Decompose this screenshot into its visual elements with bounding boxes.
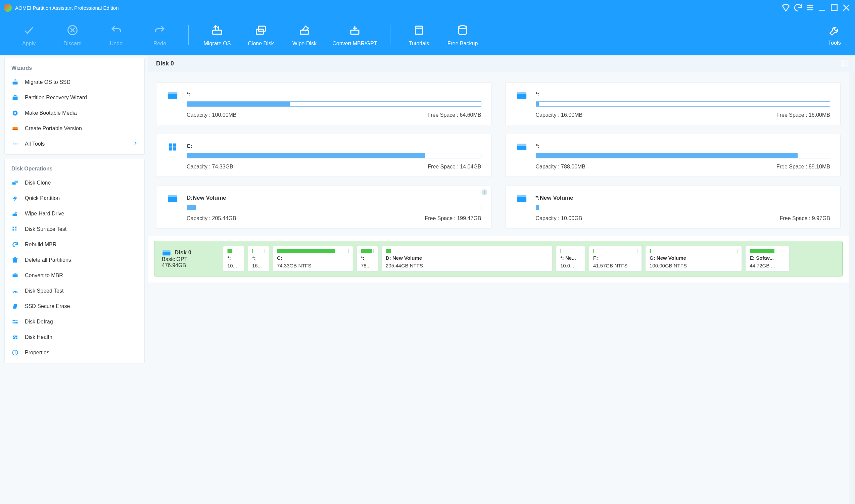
sidebar-item-migrate-ssd[interactable]: Migrate OS to SSD: [5, 74, 144, 90]
sidebar-item-label: Convert to MBR: [25, 272, 63, 278]
svg-rect-55: [168, 92, 177, 94]
svg-rect-14: [300, 30, 308, 34]
usage-bar: [386, 249, 548, 253]
disk-map-partition-size: 10.0...: [560, 263, 581, 268]
disk-icon: [166, 91, 179, 100]
partition-label: *:New Volume: [536, 195, 831, 201]
sidebar-item-defrag[interactable]: Disk Defrag: [5, 314, 144, 329]
sidebar-item-speed-test[interactable]: Disk Speed Test: [5, 283, 144, 299]
svg-rect-63: [517, 144, 526, 146]
tutorials-button[interactable]: Tutorials: [397, 18, 441, 52]
disk-map-partition[interactable]: *: 16...: [248, 246, 269, 271]
migrate-os-button[interactable]: Migrate OS: [195, 18, 239, 52]
sidebar-item-to-mbr[interactable]: Convert to MBR: [5, 268, 144, 283]
sidebar-item-label: Disk Surface Test: [25, 226, 67, 232]
disk-map-partition-size: 78...: [361, 263, 374, 268]
disk-map-disk-info[interactable]: Disk 0 Basic GPT 476.94GB: [159, 246, 219, 271]
sidebar-item-bootable-media[interactable]: Make Bootable Media: [5, 105, 144, 121]
svg-rect-16: [415, 26, 423, 34]
partition-card[interactable]: D:New Volume Capacity : 205.44GB Free Sp…: [156, 185, 492, 229]
partition-card[interactable]: *: Capacity : 16.00MB Free Space : 16.00…: [505, 82, 841, 125]
free-backup-button[interactable]: Free Backup: [441, 18, 484, 52]
disk-map: Disk 0 Basic GPT 476.94GB *: 10... *: 16…: [154, 241, 842, 276]
disk-map-partition[interactable]: G: New Volume 100.00GB NTFS: [645, 246, 742, 271]
disk-map-partition[interactable]: D: New Volume 205.44GB NTFS: [381, 246, 553, 271]
sidebar-item-part-recovery[interactable]: Partition Recovery Wizard: [5, 90, 144, 105]
disk-map-partition-size: 41.57GB NTFS: [593, 263, 638, 268]
refresh-icon[interactable]: [793, 3, 803, 13]
disk-icon: [516, 142, 528, 152]
disk-map-partition[interactable]: C: 74.33GB NTFS: [272, 246, 353, 271]
to-mbr-icon: [12, 272, 19, 279]
partition-card[interactable]: *: Capacity : 788.00MB Free Space : 89.1…: [505, 134, 841, 177]
sidebar-item-quick-part[interactable]: Quick Partition: [5, 191, 144, 206]
tools-button[interactable]: Tools: [821, 24, 848, 46]
svg-rect-20: [13, 97, 18, 100]
sidebar-item-disk-clone[interactable]: Disk Clone: [5, 175, 144, 191]
partition-label: D:New Volume: [186, 195, 481, 201]
sidebar-item-surface-test[interactable]: Disk Surface Test: [5, 221, 144, 237]
disk-map-disk-type: Basic GPT: [162, 256, 217, 263]
disk-map-partition[interactable]: *: 10...: [223, 246, 244, 271]
quick-part-icon: [12, 195, 19, 202]
svg-rect-54: [168, 94, 177, 98]
svg-rect-65: [168, 195, 177, 197]
svg-rect-56: [517, 94, 526, 98]
partition-free: Free Space : 199.47GB: [425, 215, 481, 221]
partition-card[interactable]: *: Capacity : 100.00MB Free Space : 64.6…: [156, 82, 492, 125]
diamond-icon[interactable]: [781, 3, 791, 13]
info-badge-icon[interactable]: i: [481, 189, 487, 195]
sidebar-item-ssd-erase[interactable]: SSD Secure Erase: [5, 299, 144, 314]
svg-rect-64: [168, 197, 177, 202]
main: Disk 0 *: Capacity : 100.00MB Free Space…: [148, 55, 855, 504]
svg-point-22: [14, 112, 16, 114]
svg-rect-57: [517, 92, 526, 94]
partition-label: *:: [536, 91, 831, 98]
svg-rect-51: [845, 61, 847, 63]
sidebar-item-wipe-hard[interactable]: Wipe Hard Drive: [5, 206, 144, 221]
partition-free: Free Space : 14.04GB: [428, 164, 481, 170]
disk-map-partition[interactable]: *: 78...: [356, 246, 378, 271]
minimize-icon[interactable]: [817, 3, 827, 13]
svg-rect-62: [517, 146, 526, 150]
partition-card[interactable]: *:New Volume Capacity : 10.00GB Free Spa…: [505, 185, 841, 229]
vertical-scrollbar[interactable]: [849, 72, 855, 504]
disk-map-partition-label: *:: [227, 255, 240, 261]
clone-disk-button[interactable]: Clone Disk: [239, 18, 283, 52]
convert-mbr-gpt-button[interactable]: Convert MBR/GPT: [326, 18, 384, 52]
sidebar-item-health[interactable]: Disk Health: [5, 329, 144, 345]
menu-icon[interactable]: [805, 3, 815, 13]
usage-bar: [649, 249, 737, 253]
del-all-icon: [12, 256, 19, 264]
maximize-icon[interactable]: [829, 3, 839, 13]
disk-map-partition-label: F:: [593, 255, 638, 261]
properties-icon: [12, 349, 19, 356]
svg-rect-19: [13, 82, 18, 84]
sidebar-item-properties[interactable]: Properties: [5, 345, 144, 360]
svg-rect-52: [842, 64, 844, 66]
usage-bar: [750, 249, 785, 253]
disk-map-partition[interactable]: F: 41.57GB NTFS: [589, 246, 642, 271]
sidebar-item-del-all[interactable]: Delete all Partitions: [5, 252, 144, 268]
sidebar-item-rebuild-mbr[interactable]: Rebuild MBR: [5, 237, 144, 252]
disk-map-partition[interactable]: E: Softw... 44.72GB ...: [745, 246, 789, 271]
partition-card[interactable]: C: Capacity : 74.33GB Free Space : 14.04…: [156, 134, 492, 177]
partition-capacity: Capacity : 10.00GB: [536, 215, 583, 221]
health-icon: [12, 334, 19, 341]
sidebar-item-label: Disk Health: [25, 334, 52, 340]
close-icon[interactable]: [841, 3, 851, 13]
partition-capacity: Capacity : 100.00MB: [186, 112, 237, 118]
sidebar-item-all-tools[interactable]: All Tools: [5, 136, 144, 152]
usage-bar: [560, 249, 581, 253]
part-recovery-icon: [12, 94, 19, 101]
wipe-disk-button[interactable]: Wipe Disk: [283, 18, 326, 52]
disk-map-partition[interactable]: *: Ne... 10.0...: [556, 246, 585, 271]
body: Wizards Migrate OS to SSDPartition Recov…: [0, 55, 855, 504]
view-toggle-button[interactable]: [840, 59, 849, 68]
sidebar-item-label: Disk Defrag: [25, 319, 53, 325]
disk-operations-header: Disk Operations: [5, 160, 144, 175]
svg-rect-37: [13, 258, 18, 259]
svg-rect-33: [15, 227, 16, 229]
sidebar-item-portable[interactable]: Create Portable Version: [5, 121, 144, 136]
disk-icon: [162, 249, 171, 256]
